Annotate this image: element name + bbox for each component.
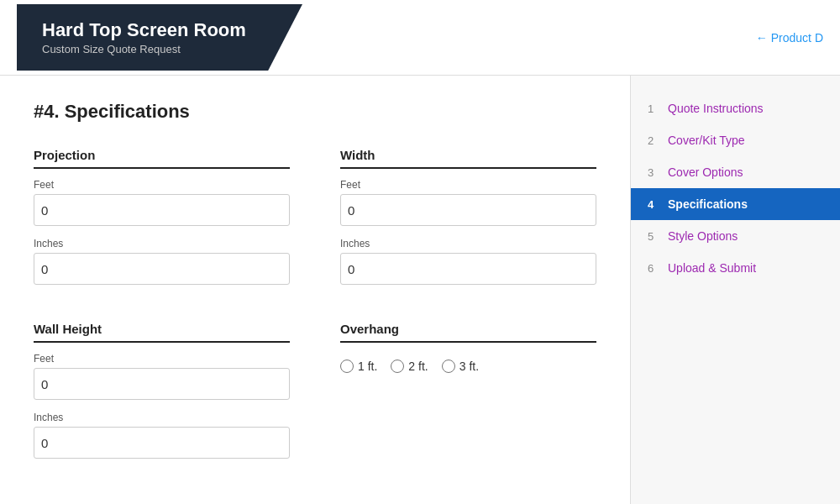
sidebar-num-3: 3 — [648, 166, 659, 179]
sidebar-item-quote-instructions[interactable]: 1 Quote Instructions — [631, 92, 840, 124]
overhang-1ft-radio[interactable] — [340, 360, 354, 373]
overhang-options: 1 ft. 2 ft. 3 ft. — [340, 360, 596, 373]
width-section: Width Feet Inches — [340, 148, 596, 297]
sidebar-num-2: 2 — [648, 134, 659, 147]
page-title: #4. Specifications — [34, 101, 596, 123]
sidebar-label-1: Quote Instructions — [668, 102, 764, 115]
overhang-3ft-radio[interactable] — [442, 360, 455, 373]
sidebar-num-1: 1 — [648, 102, 659, 115]
overhang-2ft-label[interactable]: 2 ft. — [391, 360, 428, 373]
projection-title: Projection — [34, 148, 290, 169]
projection-feet-label: Feet — [34, 179, 290, 191]
sidebar-num-4: 4 — [648, 198, 659, 211]
sidebar-item-specifications[interactable]: 4 Specifications — [631, 188, 840, 220]
wall-height-inches-input[interactable] — [34, 427, 290, 459]
product-title: Hard Top Screen Room — [42, 19, 277, 41]
back-link[interactable]: ← Product D — [756, 31, 823, 45]
width-feet-group: Feet — [340, 179, 596, 226]
projection-inches-input[interactable] — [34, 253, 290, 285]
sidebar-num-6: 6 — [648, 262, 659, 275]
sidebar-item-cover-kit-type[interactable]: 2 Cover/Kit Type — [631, 124, 840, 156]
wall-height-feet-label: Feet — [34, 353, 290, 365]
width-inches-input[interactable] — [340, 253, 596, 285]
form-area: #4. Specifications Projection Feet Inche… — [0, 76, 630, 504]
overhang-2ft-radio[interactable] — [391, 360, 404, 373]
width-feet-input[interactable] — [340, 194, 596, 226]
top-bar: Hard Top Screen Room Custom Size Quote R… — [0, 0, 840, 76]
projection-feet-input[interactable] — [34, 194, 290, 226]
header-brand: Hard Top Screen Room Custom Size Quote R… — [17, 4, 302, 71]
projection-feet-group: Feet — [34, 179, 290, 226]
overhang-3ft-text: 3 ft. — [459, 360, 479, 373]
projection-inches-label: Inches — [34, 238, 290, 249]
wall-height-section: Wall Height Feet Inches — [34, 322, 290, 470]
wall-height-title: Wall Height — [34, 322, 290, 343]
sidebar-label-6: Upload & Submit — [668, 261, 756, 275]
width-inches-group: Inches — [340, 238, 596, 285]
overhang-3ft-label[interactable]: 3 ft. — [442, 360, 479, 373]
overhang-1ft-text: 1 ft. — [358, 360, 377, 373]
width-title: Width — [340, 148, 596, 169]
overhang-1ft-label[interactable]: 1 ft. — [340, 360, 377, 373]
sidebar-label-2: Cover/Kit Type — [668, 134, 745, 147]
overhang-section: Overhang 1 ft. 2 ft. 3 ft. — [340, 322, 596, 470]
wall-height-feet-input[interactable] — [34, 368, 290, 400]
sidebar: 1 Quote Instructions 2 Cover/Kit Type 3 … — [630, 76, 840, 504]
projection-section: Projection Feet Inches — [34, 148, 290, 297]
sidebar-label-3: Cover Options — [668, 165, 743, 179]
app-wrapper: Hard Top Screen Room Custom Size Quote R… — [0, 0, 840, 504]
wall-height-inches-label: Inches — [34, 412, 290, 423]
sidebar-item-style-options[interactable]: 5 Style Options — [631, 220, 840, 252]
wall-height-feet-group: Feet — [34, 353, 290, 400]
projection-inches-group: Inches — [34, 238, 290, 285]
main-area: #4. Specifications Projection Feet Inche… — [0, 76, 840, 504]
sidebar-label-5: Style Options — [668, 229, 738, 243]
sidebar-item-cover-options[interactable]: 3 Cover Options — [631, 156, 840, 188]
sidebar-item-upload-submit[interactable]: 6 Upload & Submit — [631, 252, 840, 284]
wall-height-inches-group: Inches — [34, 412, 290, 459]
width-inches-label: Inches — [340, 238, 596, 249]
sidebar-num-5: 5 — [648, 230, 659, 243]
width-feet-label: Feet — [340, 179, 596, 191]
product-subtitle: Custom Size Quote Request — [42, 43, 277, 55]
overhang-2ft-text: 2 ft. — [408, 360, 428, 373]
form-grid: Projection Feet Inches Width Feet — [34, 148, 596, 470]
sidebar-label-4: Specifications — [668, 197, 748, 211]
overhang-title: Overhang — [340, 322, 596, 343]
